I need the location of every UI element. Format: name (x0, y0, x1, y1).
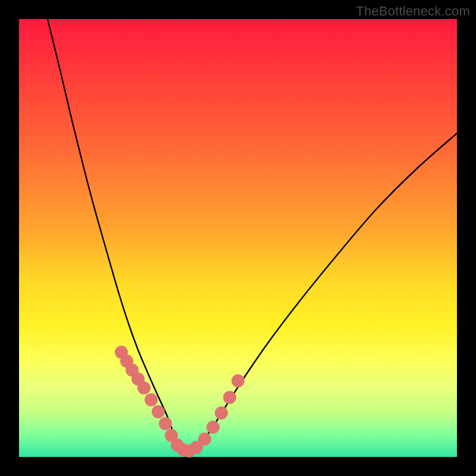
curve-marker (223, 391, 236, 404)
curve-marker (231, 374, 245, 387)
curve-marker (171, 439, 184, 452)
curve-marker (198, 433, 211, 446)
curve-marker (126, 364, 139, 377)
curve-marker (120, 355, 133, 368)
curve-marker (177, 443, 190, 456)
bottleneck-curve (48, 19, 457, 451)
curve-marker (215, 406, 228, 419)
marker-layer (19, 19, 457, 457)
curve-marker (159, 417, 172, 430)
curve-marker (145, 393, 158, 406)
curve-marker (131, 372, 145, 386)
curve-marker (152, 405, 165, 418)
curve-marker (137, 381, 151, 394)
attribution-text: TheBottleneck.com (356, 4, 470, 19)
curve-marker (165, 429, 178, 442)
chart-frame: TheBottleneck.com (0, 0, 476, 476)
plot-area (19, 19, 457, 457)
curve-marker (206, 421, 220, 434)
curve-layer (19, 19, 457, 457)
curve-marker (190, 441, 203, 454)
curve-marker (115, 346, 128, 359)
curve-marker (183, 444, 196, 458)
